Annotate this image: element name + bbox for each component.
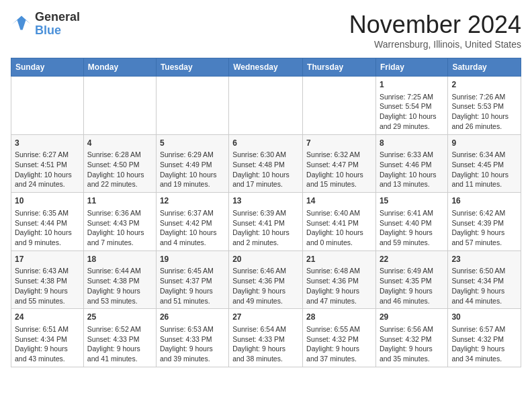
- day-number: 30: [451, 312, 517, 323]
- day-info: Daylight: 9 hours and 38 minutes.: [232, 344, 299, 363]
- calendar-cell: 28Sunrise: 6:55 AMSunset: 4:32 PMDayligh…: [303, 309, 376, 367]
- day-info: Daylight: 10 hours and 19 minutes.: [160, 170, 225, 189]
- day-info: Sunrise: 7:26 AM: [451, 92, 517, 102]
- day-info: Sunset: 4:34 PM: [451, 276, 517, 286]
- day-info: Sunrise: 6:53 AM: [160, 324, 225, 334]
- day-info: Sunrise: 6:44 AM: [87, 266, 152, 276]
- calendar-cell: 22Sunrise: 6:49 AMSunset: 4:35 PMDayligh…: [375, 250, 447, 309]
- day-info: Sunset: 4:42 PM: [160, 218, 225, 228]
- day-number: 23: [451, 254, 517, 265]
- location: Warrensburg, Illinois, United States: [349, 39, 521, 50]
- logo-text: General Blue: [35, 11, 80, 38]
- day-number: 13: [232, 195, 299, 207]
- day-number: 27: [232, 312, 299, 323]
- calendar-cell: 3Sunrise: 6:27 AMSunset: 4:51 PMDaylight…: [11, 134, 84, 193]
- day-info: Sunset: 4:33 PM: [87, 334, 152, 345]
- calendar-cell: [303, 77, 376, 135]
- day-info: Sunset: 4:37 PM: [160, 276, 225, 286]
- calendar-cell: 14Sunrise: 6:40 AMSunset: 4:41 PMDayligh…: [303, 193, 376, 251]
- day-number: 18: [87, 254, 152, 265]
- day-info: Sunset: 4:50 PM: [87, 160, 152, 170]
- day-number: 21: [306, 254, 372, 265]
- day-info: Sunrise: 6:34 AM: [451, 150, 517, 160]
- day-info: Sunset: 4:33 PM: [232, 334, 299, 345]
- day-info: Sunrise: 6:32 AM: [306, 150, 372, 160]
- day-info: Daylight: 9 hours and 43 minutes.: [15, 344, 80, 363]
- day-info: Daylight: 10 hours and 17 minutes.: [232, 170, 299, 189]
- day-info: Daylight: 10 hours and 26 minutes.: [451, 111, 517, 131]
- calendar-cell: 1Sunrise: 7:25 AMSunset: 5:54 PMDaylight…: [375, 77, 447, 135]
- calendar-cell: [156, 77, 228, 135]
- day-number: 26: [160, 312, 225, 323]
- day-info: Sunset: 4:48 PM: [232, 160, 299, 170]
- day-info: Daylight: 9 hours and 55 minutes.: [15, 286, 80, 306]
- day-info: Daylight: 10 hours and 15 minutes.: [306, 170, 372, 189]
- calendar-cell: 27Sunrise: 6:54 AMSunset: 4:33 PMDayligh…: [229, 309, 303, 367]
- day-info: Sunrise: 6:49 AM: [380, 266, 444, 276]
- day-info: Daylight: 9 hours and 53 minutes.: [87, 286, 152, 306]
- day-number: 14: [306, 195, 372, 207]
- day-info: Daylight: 9 hours and 47 minutes.: [306, 286, 372, 306]
- day-info: Daylight: 10 hours and 9 minutes.: [15, 228, 80, 247]
- calendar-cell: 2Sunrise: 7:26 AMSunset: 5:53 PMDaylight…: [448, 77, 521, 135]
- day-info: Daylight: 10 hours and 7 minutes.: [87, 228, 152, 247]
- day-number: 16: [451, 195, 517, 207]
- day-number: 15: [380, 195, 444, 207]
- day-info: Sunset: 4:35 PM: [380, 276, 444, 286]
- col-header-monday: Monday: [83, 58, 156, 77]
- calendar-cell: [11, 77, 84, 135]
- day-info: Daylight: 10 hours and 22 minutes.: [87, 170, 152, 189]
- calendar-cell: 21Sunrise: 6:48 AMSunset: 4:36 PMDayligh…: [303, 250, 376, 309]
- day-number: 22: [380, 254, 444, 265]
- day-number: 10: [15, 195, 80, 207]
- calendar-cell: 30Sunrise: 6:57 AMSunset: 4:32 PMDayligh…: [448, 309, 521, 367]
- day-info: Sunset: 4:51 PM: [15, 160, 80, 170]
- calendar-cell: [229, 77, 303, 135]
- day-info: Daylight: 9 hours and 49 minutes.: [232, 286, 299, 306]
- calendar-table: SundayMondayTuesdayWednesdayThursdayFrid…: [11, 58, 521, 367]
- day-info: Sunset: 5:53 PM: [451, 101, 517, 111]
- calendar-cell: 7Sunrise: 6:32 AMSunset: 4:47 PMDaylight…: [303, 134, 376, 193]
- day-info: Sunset: 4:44 PM: [15, 218, 80, 228]
- day-number: 11: [87, 195, 152, 207]
- day-info: Sunset: 4:32 PM: [306, 334, 372, 345]
- calendar-cell: 11Sunrise: 6:36 AMSunset: 4:43 PMDayligh…: [83, 193, 156, 251]
- day-info: Sunset: 4:39 PM: [451, 218, 517, 228]
- day-info: Sunrise: 6:54 AM: [232, 324, 299, 334]
- day-info: Sunrise: 6:33 AM: [380, 150, 444, 160]
- day-info: Sunrise: 6:46 AM: [232, 266, 299, 276]
- calendar-cell: 16Sunrise: 6:42 AMSunset: 4:39 PMDayligh…: [448, 193, 521, 251]
- day-info: Sunset: 4:49 PM: [160, 160, 225, 170]
- day-number: 5: [160, 138, 225, 149]
- day-info: Sunset: 5:54 PM: [380, 101, 444, 111]
- day-info: Sunrise: 6:29 AM: [160, 150, 225, 160]
- day-info: Sunrise: 7:25 AM: [380, 92, 444, 102]
- day-info: Sunrise: 6:39 AM: [232, 208, 299, 218]
- day-number: 28: [306, 312, 372, 323]
- day-number: 1: [380, 79, 444, 91]
- day-info: Daylight: 9 hours and 35 minutes.: [380, 344, 444, 363]
- day-number: 8: [380, 138, 444, 149]
- svg-marker-0: [12, 15, 32, 30]
- day-info: Sunrise: 6:40 AM: [306, 208, 372, 218]
- calendar-cell: 25Sunrise: 6:52 AMSunset: 4:33 PMDayligh…: [83, 309, 156, 367]
- day-info: Daylight: 10 hours and 29 minutes.: [380, 111, 444, 131]
- day-info: Daylight: 10 hours and 24 minutes.: [15, 170, 80, 189]
- day-info: Sunrise: 6:55 AM: [306, 324, 372, 334]
- calendar-cell: 13Sunrise: 6:39 AMSunset: 4:41 PMDayligh…: [229, 193, 303, 251]
- col-header-saturday: Saturday: [448, 58, 521, 77]
- day-info: Sunrise: 6:48 AM: [306, 266, 372, 276]
- calendar-cell: 17Sunrise: 6:43 AMSunset: 4:38 PMDayligh…: [11, 250, 84, 309]
- day-info: Sunrise: 6:36 AM: [87, 208, 152, 218]
- day-info: Sunrise: 6:37 AM: [160, 208, 225, 218]
- day-info: Sunrise: 6:30 AM: [232, 150, 299, 160]
- day-info: Sunrise: 6:57 AM: [451, 324, 517, 334]
- day-info: Sunrise: 6:52 AM: [87, 324, 152, 334]
- day-info: Daylight: 10 hours and 11 minutes.: [451, 170, 517, 189]
- calendar-cell: 12Sunrise: 6:37 AMSunset: 4:42 PMDayligh…: [156, 193, 228, 251]
- day-info: Sunrise: 6:43 AM: [15, 266, 80, 276]
- col-header-tuesday: Tuesday: [156, 58, 228, 77]
- day-info: Sunset: 4:41 PM: [232, 218, 299, 228]
- calendar-cell: 20Sunrise: 6:46 AMSunset: 4:36 PMDayligh…: [229, 250, 303, 309]
- col-header-friday: Friday: [375, 58, 447, 77]
